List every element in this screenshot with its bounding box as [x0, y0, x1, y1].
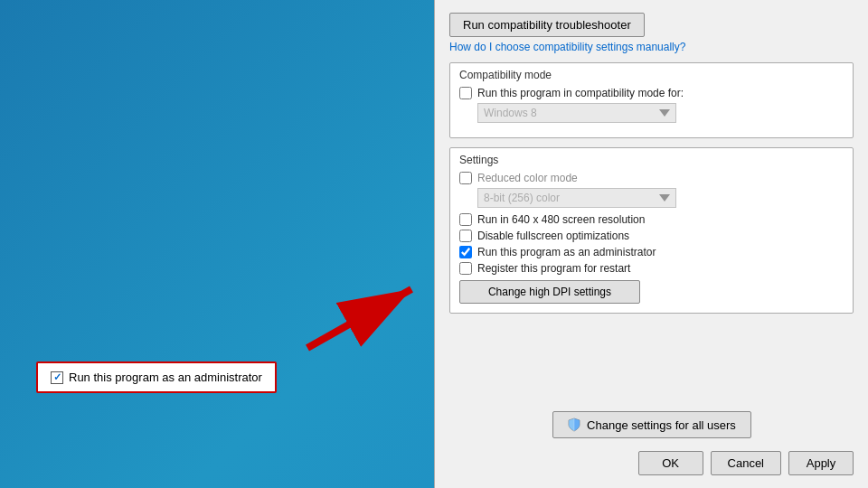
callout-checkbox — [51, 371, 63, 384]
color-dropdown[interactable]: 8-bit (256) color — [477, 188, 676, 208]
troubleshooter-button[interactable]: Run compatibility troubleshooter — [449, 13, 645, 37]
compatibility-dropdown[interactable]: Windows 8 — [477, 103, 676, 123]
dpi-button[interactable]: Change high DPI settings — [459, 280, 640, 304]
restart-label: Register this program for restart — [477, 262, 630, 275]
change-settings-label: Change settings for all users — [587, 418, 736, 432]
admin-label: Run this program as an administrator — [477, 246, 656, 258]
properties-dialog: Run compatibility troubleshooter How do … — [434, 0, 868, 488]
reduced-color-checkbox[interactable] — [459, 172, 472, 184]
callout-box: Run this program as an administrator — [36, 361, 277, 393]
color-dropdown-row: 8-bit (256) color — [477, 188, 844, 208]
restart-checkbox[interactable] — [459, 262, 472, 275]
admin-checkbox[interactable] — [459, 246, 472, 258]
compatibility-mode-row: Run this program in compatibility mode f… — [459, 87, 844, 99]
compatibility-mode-label: Compatibility mode — [459, 69, 844, 81]
callout-label: Run this program as an administrator — [69, 371, 262, 384]
settings-item-2: Disable fullscreen optimizations — [459, 230, 844, 242]
compatibility-dropdown-row: Windows 8 — [477, 103, 844, 123]
screen-res-label: Run in 640 x 480 screen resolution — [477, 213, 645, 226]
settings-item-1: Run in 640 x 480 screen resolution — [459, 213, 844, 226]
settings-label: Settings — [459, 154, 844, 166]
settings-item-3: Run this program as an administrator — [459, 246, 844, 258]
compatibility-mode-text: Run this program in compatibility mode f… — [477, 87, 684, 99]
troubleshooter-section: Run compatibility troubleshooter How do … — [449, 13, 854, 53]
dialog-bottom: Change settings for all users OK Cancel … — [449, 411, 854, 475]
apply-button[interactable]: Apply — [788, 451, 854, 475]
settings-item-0: Reduced color mode — [459, 172, 844, 184]
dialog-actions: OK Cancel Apply — [449, 446, 854, 475]
screen-res-checkbox[interactable] — [459, 213, 472, 226]
reduced-color-label: Reduced color mode — [477, 172, 578, 184]
arrow-indicator — [280, 267, 434, 357]
ok-button[interactable]: OK — [638, 451, 703, 475]
shield-icon — [567, 418, 581, 432]
help-link[interactable]: How do I choose compatibility settings m… — [449, 41, 685, 53]
fullscreen-label: Disable fullscreen optimizations — [477, 230, 629, 242]
svg-line-1 — [307, 289, 411, 348]
settings-group: Settings Reduced color mode 8-bit (256) … — [449, 147, 854, 314]
settings-item-4: Register this program for restart — [459, 262, 844, 275]
compatibility-mode-group: Compatibility mode Run this program in c… — [449, 62, 854, 138]
cancel-button[interactable]: Cancel — [711, 451, 781, 475]
change-settings-button[interactable]: Change settings for all users — [552, 411, 751, 438]
fullscreen-checkbox[interactable] — [459, 230, 472, 242]
compatibility-mode-checkbox[interactable] — [459, 87, 472, 99]
